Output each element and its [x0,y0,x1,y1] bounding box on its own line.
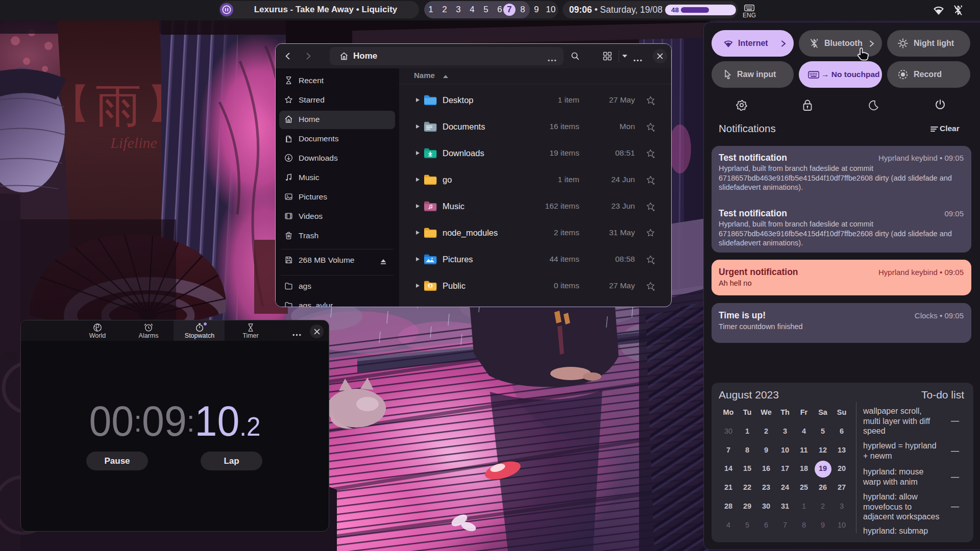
svg-text:Lifeline: Lifeline [110,134,157,151]
svg-text:雨: 雨 [95,81,141,131]
